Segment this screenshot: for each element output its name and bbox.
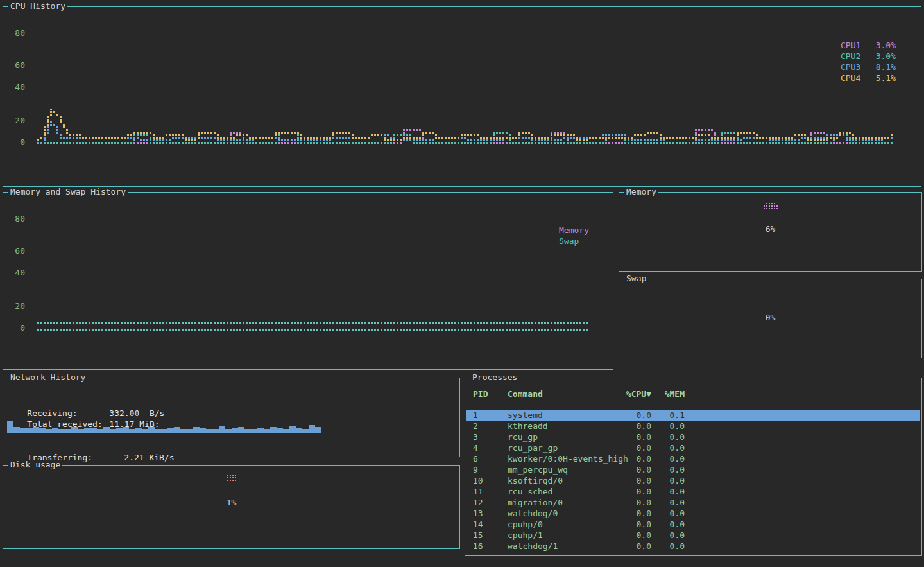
process-cell-pid: 16: [473, 541, 508, 552]
process-cell-mem: 0.0: [651, 519, 685, 530]
cpu-legend-entry: CPU13.0%: [841, 40, 896, 51]
process-cell-command: kthreadd: [508, 421, 618, 432]
process-cell-command: ksoftirqd/0: [508, 475, 618, 486]
cpu-legend: CPU13.0%CPU23.0%CPU38.1%CPU45.1%: [841, 40, 896, 83]
cpu-legend-label: CPU3: [841, 62, 860, 73]
cpu-legend-value: 5.1%: [876, 73, 896, 83]
process-cell-command: mm_percpu_wq: [508, 464, 618, 475]
process-cell-pid: 1: [473, 410, 508, 421]
process-row[interactable]: 1systemd0.00.1: [466, 410, 920, 421]
memory-swap-legend-entry: Swap: [559, 236, 589, 247]
process-row[interactable]: 14cpuhp/00.00.0: [465, 519, 920, 530]
network-history-panel[interactable]: Network History Receiving:332.00 B/s Tot…: [3, 378, 460, 457]
memory-gauge-dots: [764, 203, 779, 212]
process-row[interactable]: 6kworker/0:0H-events_high0.00.0: [465, 453, 920, 464]
process-cell-pid: 10: [473, 475, 508, 486]
process-cell-mem: 0.0: [651, 486, 685, 497]
process-cell-cpu: 0.0: [618, 530, 651, 541]
process-cell-mem: 0.1: [651, 410, 685, 421]
process-row[interactable]: 11rcu_sched0.00.0: [465, 486, 920, 497]
memory-swap-legend: MemorySwap: [559, 225, 589, 247]
process-cell-pid: 13: [473, 508, 508, 519]
process-cell-command: rcu_gp: [508, 432, 618, 442]
process-row[interactable]: 9mm_percpu_wq0.00.0: [465, 464, 920, 475]
process-cell-cpu: 0.0: [618, 453, 651, 464]
process-cell-cpu: 0.0: [618, 410, 651, 421]
process-row[interactable]: 15cpuhp/10.00.0: [465, 530, 920, 541]
process-cell-mem: 0.0: [651, 508, 685, 519]
process-row[interactable]: 12migration/00.00.0: [465, 497, 920, 508]
process-row[interactable]: 13watchdog/00.00.0: [465, 508, 920, 519]
process-cell-pid: 4: [473, 442, 508, 453]
cpu-legend-value: 8.1%: [876, 62, 896, 73]
process-cell-command: watchdog/1: [508, 541, 618, 552]
process-cell-command: cpuhp/1: [508, 530, 618, 541]
process-cell-mem: 0.0: [651, 541, 685, 552]
process-cell-pid: 11: [473, 486, 508, 497]
disk-usage-panel[interactable]: Disk usage 1%: [3, 465, 460, 549]
process-cell-command: migration/0: [508, 497, 618, 508]
process-cell-cpu: 0.0: [618, 475, 651, 486]
memory-gauge-title: Memory: [624, 187, 658, 197]
cpu-legend-entry: CPU45.1%: [841, 73, 896, 83]
memory-swap-legend-entry: Memory: [559, 225, 589, 236]
cpu-legend-label: CPU2: [841, 51, 860, 62]
disk-usage-title: Disk usage: [8, 460, 62, 470]
process-cell-mem: 0.0: [651, 464, 685, 475]
process-column-header-cpu[interactable]: %CPU▼: [618, 388, 651, 399]
process-row[interactable]: 16watchdog/10.00.0: [465, 541, 920, 552]
process-cell-pid: 3: [473, 432, 508, 442]
process-table-header[interactable]: PIDCommand%CPU▼%MEM: [465, 388, 920, 399]
memory-gauge-value: 6%: [619, 224, 921, 234]
process-cell-pid: 15: [473, 530, 508, 541]
process-cell-cpu: 0.0: [618, 497, 651, 508]
process-row[interactable]: 2kthreadd0.00.0: [465, 421, 920, 432]
process-cell-mem: 0.0: [651, 421, 685, 432]
swap-gauge-value: 0%: [619, 313, 921, 322]
memory-gauge-panel[interactable]: Memory 6%: [619, 192, 922, 272]
process-cell-pid: 6: [473, 453, 508, 464]
process-cell-pid: 12: [473, 497, 508, 508]
disk-gauge-dots: [227, 475, 237, 484]
process-cell-mem: 0.0: [651, 432, 685, 442]
cpu-legend-value: 3.0%: [876, 40, 896, 51]
process-row[interactable]: 10ksoftirqd/00.00.0: [465, 475, 920, 486]
swap-gauge-panel[interactable]: Swap 0%: [619, 279, 922, 358]
process-cell-mem: 0.0: [651, 475, 685, 486]
network-receive-bars: [7, 417, 328, 433]
process-cell-pid: 9: [473, 464, 508, 475]
process-cell-cpu: 0.0: [618, 442, 651, 453]
process-cell-mem: 0.0: [651, 530, 685, 541]
cpu-legend-label: CPU1: [841, 40, 860, 51]
disk-usage-value: 1%: [3, 498, 459, 507]
cpu-history-chart: [3, 7, 921, 186]
process-cell-mem: 0.0: [651, 453, 685, 464]
cpu-legend-label: CPU4: [841, 73, 860, 83]
memory-swap-history-chart: [3, 193, 613, 369]
process-column-header-command[interactable]: Command: [508, 388, 618, 399]
process-row[interactable]: 4rcu_par_gp0.00.0: [465, 442, 920, 453]
cpu-legend-entry: CPU23.0%: [841, 51, 896, 62]
system-monitor-app: { "app": { "background": "#282828", "bor…: [0, 0, 924, 567]
process-cell-command: systemd: [508, 410, 618, 421]
network-history-title: Network History: [8, 372, 87, 383]
processes-title: Processes: [470, 372, 519, 383]
process-column-header-pid[interactable]: PID: [473, 388, 508, 399]
cpu-history-panel[interactable]: CPU History 806040200 CPU13.0%CPU23.0%CP…: [3, 6, 921, 187]
process-cell-command: cpuhp/0: [508, 519, 618, 530]
process-cell-mem: 0.0: [651, 497, 685, 508]
process-cell-command: kworker/0:0H-events_high: [508, 453, 618, 464]
process-cell-cpu: 0.0: [618, 421, 651, 432]
memory-swap-history-panel[interactable]: Memory and Swap History 806040200 Memory…: [3, 192, 613, 370]
processes-panel[interactable]: Processes PIDCommand%CPU▼%MEM 1systemd0.…: [465, 378, 922, 556]
process-row[interactable]: 3rcu_gp0.00.0: [465, 432, 920, 442]
process-cell-cpu: 0.0: [618, 519, 651, 530]
process-cell-cpu: 0.0: [618, 508, 651, 519]
process-cell-pid: 2: [473, 421, 508, 432]
process-cell-mem: 0.0: [651, 442, 685, 453]
process-cell-cpu: 0.0: [618, 464, 651, 475]
process-cell-command: rcu_par_gp: [508, 442, 618, 453]
swap-gauge-title: Swap: [624, 274, 648, 284]
network-transferring-value: 2.21 KiB/s: [124, 453, 174, 462]
process-column-header-mem[interactable]: %MEM: [651, 388, 685, 399]
